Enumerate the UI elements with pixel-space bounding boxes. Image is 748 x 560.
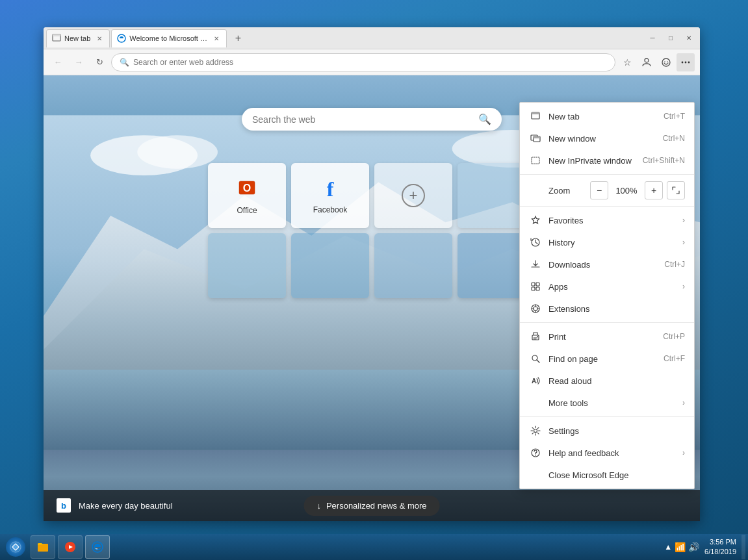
menu-item-read-aloud[interactable]: A Read aloud [520,370,694,392]
svg-point-8 [682,61,684,63]
blank-tile-4[interactable] [374,233,452,298]
menu-item-downloads[interactable]: Downloads Ctrl+J [520,253,694,275]
close-button[interactable]: ✕ [680,32,697,45]
svg-text:A: A [532,377,536,385]
address-bar[interactable]: 🔍 [111,53,615,71]
window-controls: ─ □ ✕ [644,32,697,45]
menu-label-new-window: New window [548,134,663,144]
read-aloud-menu-icon: A [529,374,542,387]
search-input[interactable] [252,114,478,125]
menu-label-inprivate: New InPrivate window [548,156,643,166]
menu-item-new-tab[interactable]: New tab Ctrl+T [520,105,694,127]
minimize-button[interactable]: ─ [644,32,661,45]
facebook-tile-label: Facebook [313,205,348,214]
maximize-button[interactable]: □ [662,32,679,45]
svg-point-9 [685,61,687,63]
menu-item-favorites[interactable]: Favorites › [520,209,694,231]
svg-rect-1 [53,34,60,36]
tray-volume-icon[interactable]: 🔊 [688,542,699,552]
taskbar-file-manager[interactable] [31,535,55,559]
taskbar-media-player[interactable] [58,535,83,559]
office-tile-label: Office [237,206,257,215]
menu-label-apps: Apps [548,282,682,292]
feedback-button[interactable] [657,53,675,71]
svg-point-32 [534,307,537,311]
search-icon: 🔍 [120,58,129,67]
tray-up-arrow[interactable]: ▲ [664,542,672,552]
menu-item-help[interactable]: Help and feedback › [520,442,694,464]
settings-menu-icon [529,424,542,437]
news-btn-icon: ↓ [316,501,321,511]
address-input[interactable] [133,58,607,67]
tab-edge-welcome[interactable]: Welcome to Microsoft Edge Can... ✕ [111,29,227,47]
system-tray: ▲ 📶 🔊 3:56 PM 6/18/2019 [662,535,745,559]
refresh-button[interactable]: ↻ [90,53,109,71]
start-button[interactable] [3,535,29,559]
context-menu: New tab Ctrl+T New window Ctrl+N [519,102,695,489]
menu-item-history[interactable]: History › [520,231,694,253]
menu-item-close-edge[interactable]: Close Microsoft Edge [520,464,694,486]
new-tab-label: New tab [64,34,90,42]
menu-label-extensions: Extensions [548,304,685,314]
downloads-menu-icon [529,258,542,271]
blank-tile-3[interactable] [291,233,369,298]
menu-label-find: Find on page [548,354,664,364]
favorites-menu-icon [529,214,542,227]
search-submit-icon[interactable]: 🔍 [478,113,491,125]
office-tile[interactable]: O Office [208,163,286,228]
menu-item-extensions[interactable]: Extensions [520,298,694,320]
menu-item-settings[interactable]: Settings [520,420,694,442]
menu-label-zoom: Zoom [548,186,590,196]
zoom-control: − 100% + [590,181,663,199]
menu-label-print: Print [548,332,663,342]
svg-rect-35 [537,336,538,337]
office-icon: O [235,176,259,202]
menu-divider-1 [520,174,694,175]
back-button[interactable]: ← [49,53,67,71]
history-arrow-icon: › [682,238,685,247]
menu-button[interactable] [677,53,695,71]
zoom-in-button[interactable]: + [645,181,663,199]
menu-label-help: Help and feedback [548,448,682,458]
add-site-tile[interactable]: + [374,163,452,228]
tab-new-tab[interactable]: New tab ✕ [46,29,110,47]
new-tab-close-btn[interactable]: ✕ [95,34,104,43]
menu-item-inprivate[interactable]: New InPrivate window Ctrl+Shift+N [520,149,694,172]
search-box[interactable]: 🔍 [242,108,502,131]
zoom-out-button[interactable]: − [590,181,608,199]
favorite-button[interactable]: ☆ [618,53,636,71]
menu-item-zoom: Zoom − 100% + [520,177,694,203]
menu-item-find[interactable]: Find on page Ctrl+F [520,348,694,370]
menu-item-apps[interactable]: Apps › [520,275,694,298]
menu-label-new-tab: New tab [548,112,664,121]
svg-point-15 [90,135,198,175]
menu-shortcut-print: Ctrl+P [663,332,685,341]
menu-label-more-tools: More tools [548,398,682,408]
svg-point-7 [667,61,668,62]
taskbar-edge-app[interactable] [85,535,110,559]
tray-network-icon[interactable]: 📶 [675,542,686,552]
svg-rect-29 [536,283,539,286]
account-button[interactable] [638,53,656,71]
menu-item-more-tools[interactable]: More tools › [520,392,694,414]
forward-button[interactable]: → [70,53,88,71]
menu-label-close-edge: Close Microsoft Edge [548,470,685,480]
menu-shortcut-downloads: Ctrl+J [664,260,685,269]
menu-label-history: History [548,238,682,248]
menu-item-print[interactable]: Print Ctrl+P [520,325,694,348]
svg-point-16 [137,135,218,169]
menu-shortcut-inprivate: Ctrl+Shift+N [643,156,685,165]
menu-label-favorites: Favorites [548,216,682,225]
zoom-expand-button[interactable] [667,181,685,199]
menu-divider-3 [520,322,694,323]
menu-item-new-window[interactable]: New window Ctrl+N [520,127,694,149]
system-clock[interactable]: 3:56 PM 6/18/2019 [704,537,736,557]
edge-tab-close-btn[interactable]: ✕ [212,34,221,43]
blank-tile-2[interactable] [208,233,286,298]
new-tab-button[interactable]: + [229,30,246,47]
personalized-news-button[interactable]: ↓ Personalized news & more [303,496,439,516]
title-bar: New tab ✕ Welcome to Microsoft Edge Can.… [44,27,700,49]
svg-rect-30 [532,287,535,290]
show-desktop-btn[interactable] [742,535,745,559]
facebook-tile[interactable]: f Facebook [291,163,369,228]
